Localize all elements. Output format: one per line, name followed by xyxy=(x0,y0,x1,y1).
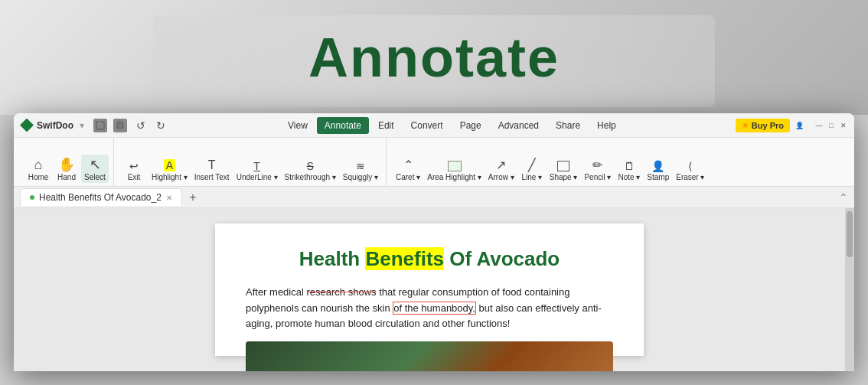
underline-label: UnderLine ▾ xyxy=(237,173,278,181)
strikethrough-label: Strikethrough ▾ xyxy=(285,173,336,181)
ribbon-group-draw: ⌃ Caret ▾ Area Highlight ▾ ↗ Arrow ▾ ╱ L… xyxy=(388,138,713,186)
hand-label: Hand xyxy=(57,173,76,181)
tab-close-button[interactable]: ✕ xyxy=(166,194,172,202)
underline-icon: T xyxy=(253,161,260,171)
new-tab-button[interactable]: + xyxy=(185,190,201,205)
hero-title: Annotate xyxy=(308,26,560,89)
menu-annotate[interactable]: Annotate xyxy=(317,117,369,134)
logo-icon xyxy=(20,119,34,132)
ribbon-pencil-button[interactable]: ✏ Pencil ▾ xyxy=(581,156,614,183)
menu-items: View Annotate Edit Convert Page Advanced… xyxy=(280,117,624,134)
buy-pro-button[interactable]: ★ Buy Pro xyxy=(736,119,790,132)
title-part1: Health xyxy=(299,247,366,270)
undo-button[interactable]: ↺ xyxy=(133,118,148,133)
boxed-text: of the humanbody, xyxy=(393,302,476,315)
minimize-button[interactable]: — xyxy=(814,121,824,130)
area-highlight-label: Area Highlight ▾ xyxy=(427,173,481,181)
exit-label: Exit xyxy=(128,173,141,181)
ribbon-highlight-button[interactable]: A Highlight ▾ xyxy=(148,156,191,183)
exit-icon: ↩ xyxy=(129,161,139,171)
caret-icon: ⌃ xyxy=(403,159,413,171)
toolbar-icons xyxy=(93,119,127,132)
ribbon-insert-text-button[interactable]: T Insert Text xyxy=(191,156,233,183)
pencil-icon: ✏ xyxy=(592,159,602,171)
ribbon-underline-button[interactable]: T UnderLine ▾ xyxy=(233,158,281,183)
tab-status-dot xyxy=(30,195,34,200)
eraser-label: Eraser ▾ xyxy=(676,173,704,181)
document-title: Health Benefits Of Avocado xyxy=(246,246,613,272)
window-controls: — □ ✕ xyxy=(814,121,848,130)
ribbon-shape-button[interactable]: Shape ▾ xyxy=(547,158,581,183)
menu-bar: View Annotate Edit Convert Page Advanced… xyxy=(168,117,736,134)
star-icon: ★ xyxy=(742,121,749,129)
squiggly-label: Squiggly ▾ xyxy=(343,173,378,181)
select-icon: ↖ xyxy=(90,158,101,171)
select-label: Select xyxy=(84,173,106,181)
save-icon[interactable] xyxy=(93,119,107,132)
line-icon: ╱ xyxy=(528,159,536,171)
menu-view[interactable]: View xyxy=(280,117,315,134)
scrollbar[interactable] xyxy=(845,208,854,371)
nav-controls: ↺ ↻ xyxy=(133,118,168,133)
menu-advanced[interactable]: Advanced xyxy=(491,117,547,134)
page-container: Health Benefits Of Avocado After medical… xyxy=(14,208,845,371)
insert-text-icon: T xyxy=(208,159,216,171)
ribbon-squiggly-button[interactable]: ≋ Squiggly ▾ xyxy=(340,158,381,183)
title-bar-right: ★ Buy Pro 👤 — □ ✕ xyxy=(736,119,848,132)
content-area: Health Benefits Of Avocado After medical… xyxy=(14,208,854,371)
tab-label: Health Benefits Of Avocado_2 xyxy=(39,192,162,203)
pencil-label: Pencil ▾ xyxy=(584,173,611,181)
ribbon-eraser-button[interactable]: ⟨ Eraser ▾ xyxy=(673,158,707,183)
scroll-up-icon[interactable]: ⌃ xyxy=(839,191,848,204)
eraser-icon: ⟨ xyxy=(688,161,692,171)
redo-button[interactable]: ↻ xyxy=(153,118,168,133)
home-icon: ⌂ xyxy=(34,158,43,171)
pdf-page: Health Benefits Of Avocado After medical… xyxy=(215,223,644,356)
tab-bar: Health Benefits Of Avocado_2 ✕ + ⌃ xyxy=(14,187,854,208)
note-label: Note ▾ xyxy=(618,173,640,181)
document-image xyxy=(246,341,613,371)
ribbon-arrow-button[interactable]: ↗ Arrow ▾ xyxy=(485,156,517,183)
title-highlighted: Benefits xyxy=(365,247,444,270)
print-icon[interactable] xyxy=(113,119,127,132)
ribbon-group-nav: ⌂ Home ✋ Hand ↖ Select xyxy=(20,138,114,186)
ribbon-select-button[interactable]: ↖ Select xyxy=(81,155,109,183)
ribbon-stamp-button[interactable]: 👤 Stamp xyxy=(644,158,672,183)
ribbon-line-button[interactable]: ╱ Line ▾ xyxy=(518,156,546,183)
highlight-label: Highlight ▾ xyxy=(152,173,188,181)
menu-edit[interactable]: Edit xyxy=(370,117,402,134)
ribbon-toolbar: ⌂ Home ✋ Hand ↖ Select ↩ Exit A Highligh… xyxy=(14,138,854,187)
user-icon[interactable]: 👤 xyxy=(795,121,804,130)
menu-help[interactable]: Help xyxy=(589,117,624,134)
menu-share[interactable]: Share xyxy=(548,117,588,134)
ribbon-caret-button[interactable]: ⌃ Caret ▾ xyxy=(393,156,423,183)
ribbon-area-highlight-button[interactable]: Area Highlight ▾ xyxy=(424,158,485,183)
ribbon-group-text: ↩ Exit A Highlight ▾ T Insert Text T Und… xyxy=(116,138,387,186)
svg-rect-1 xyxy=(98,122,101,124)
scrollbar-thumb[interactable] xyxy=(847,211,853,257)
insert-text-label: Insert Text xyxy=(194,173,230,181)
stamp-icon: 👤 xyxy=(651,161,664,171)
line-label: Line ▾ xyxy=(521,173,542,181)
ribbon-exit-button[interactable]: ↩ Exit xyxy=(120,158,148,183)
maximize-button[interactable]: □ xyxy=(827,121,836,130)
menu-convert[interactable]: Convert xyxy=(403,117,451,134)
note-icon: 🗒 xyxy=(624,161,635,171)
caret-label: Caret ▾ xyxy=(396,173,420,181)
ribbon-hand-button[interactable]: ✋ Hand xyxy=(53,155,80,183)
document-paragraph: After medical research shows that regula… xyxy=(246,285,613,332)
strikethrough-icon: S xyxy=(307,161,314,171)
arrow-label: Arrow ▾ xyxy=(488,173,514,181)
close-button[interactable]: ✕ xyxy=(839,121,848,130)
highlight-icon: A xyxy=(164,159,175,171)
menu-page[interactable]: Page xyxy=(452,117,489,134)
ribbon-strikethrough-button[interactable]: S Strikethrough ▾ xyxy=(282,158,339,183)
arrow-icon: ↗ xyxy=(496,159,506,171)
title-part2: Of Avocado xyxy=(444,247,560,270)
ribbon-home-button[interactable]: ⌂ Home xyxy=(24,155,52,183)
shape-label: Shape ▾ xyxy=(550,173,578,181)
buy-pro-label: Buy Pro xyxy=(752,121,784,130)
ribbon-note-button[interactable]: 🗒 Note ▾ xyxy=(615,158,643,183)
document-tab[interactable]: Health Benefits Of Avocado_2 ✕ xyxy=(20,188,182,206)
hand-icon: ✋ xyxy=(58,158,75,171)
